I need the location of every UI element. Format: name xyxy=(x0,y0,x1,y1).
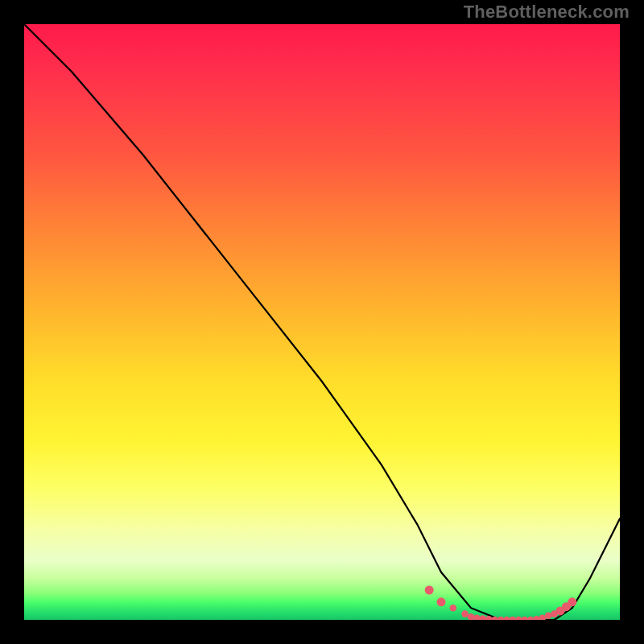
marker-dot xyxy=(515,617,522,620)
marker-dot xyxy=(461,610,469,617)
marker-dot xyxy=(521,617,528,620)
marker-dot xyxy=(450,605,457,612)
watermark-text: TheBottleneck.com xyxy=(464,2,630,23)
marker-dot xyxy=(539,615,547,621)
marker-dot xyxy=(497,617,505,620)
marker-dot xyxy=(437,597,446,606)
marker-dot xyxy=(425,586,434,595)
marker-dot xyxy=(510,617,517,620)
highlight-markers xyxy=(425,586,577,621)
marker-dot xyxy=(527,617,535,620)
curve-layer xyxy=(24,24,620,620)
bottleneck-curve xyxy=(24,24,620,620)
marker-dot xyxy=(568,597,576,606)
marker-dot xyxy=(545,613,552,620)
marker-dot xyxy=(468,613,475,620)
marker-dot xyxy=(473,615,481,621)
marker-dot xyxy=(533,616,540,620)
marker-dot xyxy=(480,615,487,620)
plot-area xyxy=(24,24,620,620)
chart-frame: TheBottleneck.com xyxy=(0,0,644,644)
marker-dot xyxy=(503,617,510,620)
